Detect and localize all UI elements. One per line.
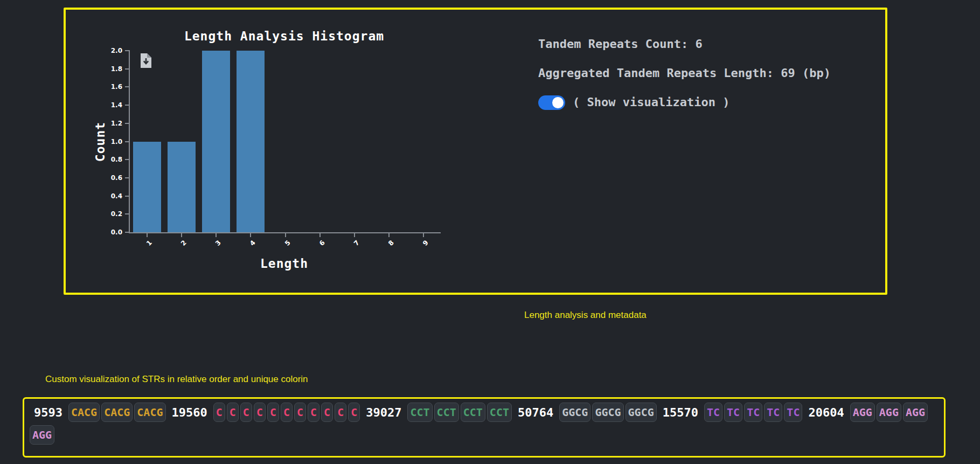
str-repeat-chip: GGCG xyxy=(559,403,590,422)
str-repeat-chip: AGG xyxy=(30,425,54,445)
str-position: 39027 xyxy=(366,406,401,419)
x-tick-mark xyxy=(354,232,355,237)
y-tick-mark xyxy=(125,50,130,51)
str-repeat-chip: C xyxy=(240,403,252,422)
str-position: 9593 xyxy=(34,406,62,419)
str-repeat-chip: TC xyxy=(704,403,722,422)
toggle-knob-icon xyxy=(552,97,564,108)
y-tick-mark xyxy=(125,232,130,233)
str-position: 15570 xyxy=(663,406,698,419)
str-repeat-chip: C xyxy=(227,403,239,422)
str-repeat-chip: CCT xyxy=(487,403,512,422)
histogram-bar xyxy=(202,51,230,232)
histogram-bar xyxy=(237,51,265,232)
y-tick-label: 1.4 xyxy=(100,101,122,109)
str-repeat-chip: CACG xyxy=(68,403,100,422)
y-tick-mark xyxy=(125,177,130,178)
str-repeat-chip: AGG xyxy=(877,403,901,422)
histogram-plot-area: 0.00.20.40.60.81.01.21.41.61.82.01234567… xyxy=(129,51,441,233)
x-tick-mark xyxy=(423,232,424,237)
y-axis-label: Count xyxy=(93,115,107,169)
str-track-panel: 9593CACGCACGCACG19560CCCCCCCCCCC39027CCT… xyxy=(23,397,946,458)
y-tick-label: 0.0 xyxy=(100,228,122,236)
x-tick-mark xyxy=(319,232,321,237)
y-tick-mark xyxy=(125,159,130,160)
str-repeat-chip: GGCG xyxy=(592,403,623,422)
str-repeat-chip: CACG xyxy=(134,403,165,422)
page-background: { "chart_data": { "type": "bar", "title"… xyxy=(0,0,980,464)
y-tick-mark xyxy=(125,68,130,70)
y-tick-label: 0.2 xyxy=(100,210,122,218)
y-tick-label: 0.4 xyxy=(100,192,122,200)
y-tick-mark xyxy=(125,86,130,87)
str-repeat-chip: CCT xyxy=(434,403,459,422)
x-tick-label: 6 xyxy=(309,239,326,255)
y-tick-mark xyxy=(125,105,130,106)
metadata-column: Tandem Repeats Count: 6 Aggregated Tande… xyxy=(538,37,831,110)
str-repeat-chip: CCT xyxy=(461,403,485,422)
str-position: 19560 xyxy=(172,406,207,419)
histogram-bar xyxy=(133,142,161,233)
str-repeat-chip: C xyxy=(308,403,319,422)
histogram-bar xyxy=(168,142,196,233)
x-axis-label: Length xyxy=(129,257,440,271)
str-repeat-chip: TC xyxy=(724,403,742,422)
str-repeat-chip: C xyxy=(321,403,333,422)
x-tick-mark xyxy=(181,232,182,237)
str-repeat-chip: C xyxy=(213,403,225,422)
x-tick-mark xyxy=(285,232,286,237)
y-tick-mark xyxy=(125,141,130,142)
tandem-repeats-count-text: Tandem Repeats Count: 6 xyxy=(538,37,831,52)
str-repeat-chip: C xyxy=(294,403,306,422)
str-repeat-chip: CCT xyxy=(407,403,432,422)
y-tick-label: 1.6 xyxy=(100,83,122,91)
str-repeat-chip: C xyxy=(348,403,360,422)
x-tick-mark xyxy=(388,232,390,237)
chart-title: Length Analysis Histogram xyxy=(129,29,440,43)
str-repeat-chip: AGG xyxy=(903,403,928,422)
x-tick-mark xyxy=(147,232,148,237)
show-visualization-toggle[interactable] xyxy=(538,95,565,110)
y-tick-label: 2.0 xyxy=(100,47,122,54)
x-tick-mark xyxy=(250,232,251,237)
x-tick-label: 4 xyxy=(240,239,257,255)
str-repeat-chip: C xyxy=(254,403,266,422)
str-track-caption: Custom visualization of STRs in relative… xyxy=(45,374,308,385)
y-tick-label: 1.8 xyxy=(100,65,122,73)
str-token-track: 9593CACGCACGCACG19560CCCCCCCCCCC39027CCT… xyxy=(30,403,939,445)
y-tick-label: 0.6 xyxy=(100,174,122,182)
str-repeat-chip: TC xyxy=(784,403,802,422)
aggregated-length-text: Aggregated Tandem Repeats Length: 69 (bp… xyxy=(538,66,831,81)
y-tick-mark xyxy=(125,213,130,214)
str-repeat-chip: GGCG xyxy=(625,403,657,422)
str-position: 50764 xyxy=(518,406,553,419)
str-repeat-chip: TC xyxy=(764,403,782,422)
show-visualization-row: ( Show visualization ) xyxy=(538,95,831,110)
show-visualization-label: ( Show visualization ) xyxy=(573,95,729,110)
str-repeat-chip: C xyxy=(281,403,293,422)
x-tick-label: 8 xyxy=(379,239,395,255)
str-position: 20604 xyxy=(808,406,844,419)
x-tick-label: 3 xyxy=(206,239,223,255)
y-tick-mark xyxy=(125,123,130,124)
str-repeat-chip: TC xyxy=(744,403,762,422)
str-repeat-chip: AGG xyxy=(850,403,875,422)
x-tick-label: 5 xyxy=(275,239,291,255)
y-tick-mark xyxy=(125,196,130,197)
x-tick-label: 7 xyxy=(344,239,361,255)
x-tick-label: 9 xyxy=(413,239,430,255)
x-tick-mark xyxy=(216,232,217,237)
str-repeat-chip: C xyxy=(267,403,279,422)
x-tick-label: 2 xyxy=(171,239,188,255)
str-repeat-chip: CACG xyxy=(101,403,133,422)
top-panel-caption: Length analysis and metadata xyxy=(524,310,647,321)
length-analysis-panel: Length Analysis Histogram 0.00.20.40.60.… xyxy=(64,8,887,295)
x-tick-label: 1 xyxy=(137,239,154,255)
str-repeat-chip: C xyxy=(335,403,346,422)
